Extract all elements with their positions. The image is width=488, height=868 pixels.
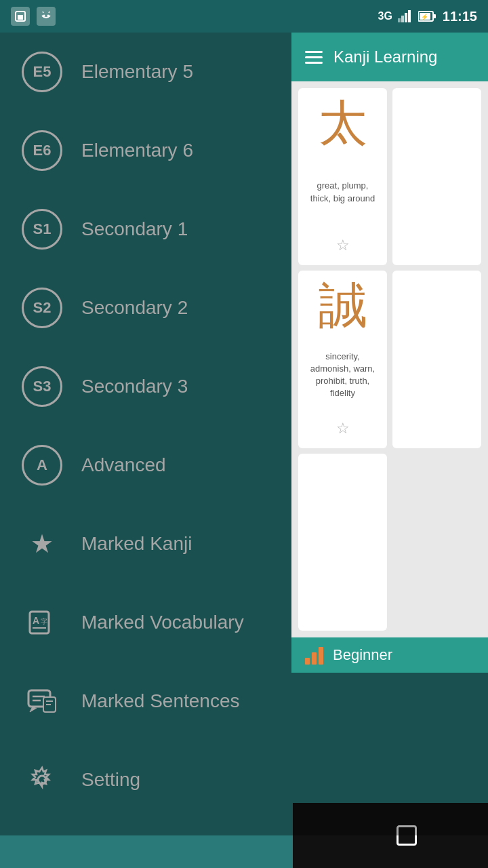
sim-icon: [11, 7, 30, 26]
signal-icon: [398, 10, 413, 22]
svg-line-5: [49, 12, 49, 13]
svg-rect-9: [408, 10, 411, 22]
network-label: 3G: [378, 10, 392, 22]
menu-item-marked-sentences[interactable]: Marked Sentences: [0, 662, 293, 741]
footer-label: Beginner: [333, 646, 392, 664]
kanji-meaning-3: sincerity, admonish, warn, prohibit, tru…: [306, 351, 379, 400]
badge-s2: S2: [22, 288, 62, 328]
status-bar: 3G ⚡ 11:15: [0, 0, 488, 33]
badge-advanced: A: [22, 445, 62, 486]
label-marked-vocab: Marked Vocabulary: [81, 612, 244, 633]
kanji-char-3: 誠: [319, 281, 367, 330]
svg-line-4: [43, 12, 43, 13]
svg-text:A: A: [33, 615, 39, 626]
label-e5: Elementary 5: [81, 61, 193, 83]
recent-icon: [396, 825, 417, 846]
hamburger-icon[interactable]: [305, 51, 323, 64]
label-setting: Setting: [81, 769, 140, 791]
kanji-footer[interactable]: Beginner: [291, 637, 488, 673]
status-left-icons: [11, 7, 56, 26]
kanji-card-5[interactable]: [298, 454, 387, 631]
menu-item-s2[interactable]: S2 Secondary 2: [0, 269, 293, 347]
time-label: 11:15: [443, 9, 477, 24]
menu-item-advanced[interactable]: A Advanced: [0, 426, 293, 505]
badge-e5: E5: [22, 52, 62, 92]
menu-item-e6[interactable]: E6 Elementary 6: [0, 111, 293, 190]
menu-item-marked-kanji[interactable]: ★ Marked Kanji: [0, 505, 293, 583]
badge-s3: S3: [22, 366, 62, 407]
kanji-title: Kanji Learning: [333, 47, 437, 66]
menu-item-e5[interactable]: E5 Elementary 5: [0, 33, 293, 111]
battery-icon: ⚡: [418, 10, 437, 22]
star-btn-1[interactable]: ☆: [336, 237, 350, 254]
gear-icon: [22, 760, 62, 800]
label-e6: Elementary 6: [81, 140, 193, 161]
menu-item-setting[interactable]: Setting: [0, 741, 293, 819]
drawer-menu: E5 Elementary 5 E6 Elementary 6 S1 Secon…: [0, 33, 293, 868]
label-s1: Secondary 1: [81, 218, 188, 240]
kanji-panel: Kanji Learning 太 great, plump, thick, bi…: [291, 33, 488, 673]
star-icon: ★: [22, 524, 62, 564]
kanji-cards-area: 太 great, plump, thick, big around ☆ 誠 si…: [291, 81, 488, 637]
svg-rect-6: [398, 18, 401, 22]
badge-s1: S1: [22, 209, 62, 250]
kanji-meaning-1: great, plump, thick, big around: [306, 180, 379, 204]
kanji-header: Kanji Learning: [291, 33, 488, 81]
menu-item-s3[interactable]: S3 Secondary 3: [0, 347, 293, 426]
kanji-char-1: 太: [319, 99, 367, 148]
svg-text:⚡: ⚡: [421, 13, 429, 21]
menu-item-s1[interactable]: S1 Secondary 1: [0, 190, 293, 269]
svg-rect-8: [405, 13, 407, 22]
badge-e6: E6: [22, 130, 62, 171]
star-btn-3[interactable]: ☆: [336, 420, 350, 437]
label-marked-sentences: Marked Sentences: [81, 690, 239, 712]
label-s2: Secondary 2: [81, 297, 188, 319]
kanji-card-4[interactable]: [392, 271, 481, 448]
status-right-icons: 3G ⚡ 11:15: [378, 9, 478, 24]
android-icon: [37, 7, 56, 26]
svg-rect-11: [433, 14, 436, 18]
nav-recent-button[interactable]: [380, 808, 434, 863]
label-s3: Secondary 3: [81, 376, 188, 397]
label-advanced: Advanced: [81, 454, 166, 476]
svg-rect-7: [401, 16, 404, 22]
bar-chart-icon: [305, 646, 323, 665]
svg-rect-1: [18, 15, 23, 20]
vocab-icon: A 字: [22, 602, 62, 643]
kanji-card-1[interactable]: 太 great, plump, thick, big around ☆: [298, 88, 387, 265]
svg-text:字: 字: [41, 618, 47, 625]
chat-icon: [22, 681, 62, 722]
menu-item-marked-vocab[interactable]: A 字 Marked Vocabulary: [0, 583, 293, 662]
kanji-card-2[interactable]: [392, 88, 481, 265]
label-marked-kanji: Marked Kanji: [81, 533, 192, 555]
kanji-card-3[interactable]: 誠 sincerity, admonish, warn, prohibit, t…: [298, 271, 387, 448]
